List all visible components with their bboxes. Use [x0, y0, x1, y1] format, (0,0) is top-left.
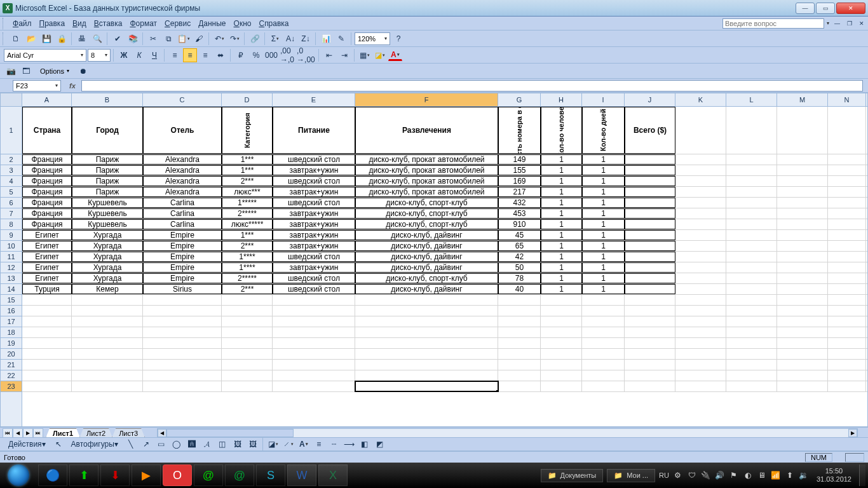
- cell[interactable]: [828, 316, 866, 327]
- align-center-button[interactable]: ≡: [183, 48, 197, 62]
- cell[interactable]: [625, 219, 675, 229]
- cell[interactable]: люкс*****: [222, 219, 273, 229]
- wordart-icon[interactable]: 𝓐: [200, 437, 214, 451]
- system-clock[interactable]: 15:50 31.03.2012: [817, 467, 851, 484]
- row-header[interactable]: 18: [1, 327, 22, 338]
- cell[interactable]: Хургада: [72, 262, 143, 273]
- cell[interactable]: [675, 241, 726, 251]
- cell[interactable]: [22, 381, 72, 391]
- cell[interactable]: Alexandra: [143, 154, 222, 165]
- row-header[interactable]: 1: [1, 107, 22, 154]
- cell[interactable]: Париж: [72, 176, 143, 186]
- cell[interactable]: [777, 338, 828, 348]
- cell[interactable]: [675, 306, 726, 316]
- font-color-icon[interactable]: A: [297, 437, 311, 451]
- close-button[interactable]: ✕: [836, 3, 865, 14]
- cell[interactable]: Empire: [143, 241, 222, 251]
- cell[interactable]: [675, 316, 726, 327]
- row-header[interactable]: 8: [1, 219, 22, 230]
- spelling-icon[interactable]: ✔: [111, 32, 125, 46]
- cell[interactable]: 155: [498, 165, 541, 175]
- cell[interactable]: [72, 360, 143, 370]
- cell[interactable]: 1: [541, 273, 582, 283]
- cell[interactable]: [273, 306, 355, 316]
- taskbar-word-icon[interactable]: W: [287, 464, 316, 486]
- cell[interactable]: Alexandra: [143, 176, 222, 186]
- cell[interactable]: [273, 338, 355, 348]
- help-icon[interactable]: ?: [391, 32, 405, 46]
- maximize-button[interactable]: ▭: [816, 3, 835, 14]
- cell[interactable]: 2*****: [222, 208, 273, 219]
- diagram-icon[interactable]: ◫: [215, 437, 229, 451]
- cell[interactable]: [498, 316, 541, 327]
- row-header[interactable]: 19: [1, 338, 22, 349]
- cell[interactable]: 1: [582, 284, 625, 294]
- cell[interactable]: Египет: [22, 262, 72, 273]
- cell[interactable]: [143, 349, 222, 359]
- cell[interactable]: [625, 381, 675, 391]
- taskbar-mail-icon[interactable]: @: [194, 464, 223, 486]
- cell[interactable]: [726, 241, 777, 251]
- fx-icon[interactable]: fx: [66, 80, 79, 92]
- cell[interactable]: [625, 176, 675, 186]
- cell[interactable]: люкс***: [222, 187, 273, 197]
- name-box[interactable]: F23 ▾: [13, 80, 61, 92]
- cell[interactable]: 169: [498, 176, 541, 186]
- row-header[interactable]: 10: [1, 241, 22, 252]
- scroll-right-button[interactable]: ▶: [848, 429, 857, 437]
- cell[interactable]: шведский стол: [273, 198, 355, 208]
- taskbar-down-arrow-icon[interactable]: ⬇: [100, 464, 130, 486]
- cell[interactable]: 1: [582, 208, 625, 219]
- cell[interactable]: 432: [498, 198, 541, 208]
- cell[interactable]: Франция: [22, 176, 72, 186]
- cell[interactable]: шведский стол: [273, 284, 355, 294]
- zoom-combo[interactable]: 120% ▾: [355, 32, 390, 45]
- column-header-A[interactable]: A: [22, 93, 72, 106]
- cell[interactable]: [675, 273, 726, 283]
- cell[interactable]: [498, 349, 541, 359]
- cell[interactable]: [777, 360, 828, 370]
- cell[interactable]: [675, 176, 726, 186]
- cell[interactable]: завтрак+ужин: [273, 241, 355, 251]
- hyperlink-icon[interactable]: 🔗: [248, 32, 262, 46]
- tab-nav-first[interactable]: ⏮: [3, 428, 13, 438]
- cell[interactable]: [726, 165, 777, 175]
- cell[interactable]: 1: [582, 219, 625, 229]
- cell[interactable]: [222, 327, 273, 337]
- taskbar-opera-icon[interactable]: O: [163, 464, 192, 486]
- tab-nav-prev[interactable]: ◀: [13, 428, 23, 438]
- cell[interactable]: [72, 338, 143, 348]
- cell[interactable]: Кол-во дней: [582, 107, 625, 154]
- cell[interactable]: [273, 370, 355, 381]
- cell[interactable]: [675, 154, 726, 165]
- cell[interactable]: [72, 349, 143, 359]
- cell[interactable]: Египет: [22, 252, 72, 262]
- cut-icon[interactable]: ✂: [146, 32, 160, 46]
- cell[interactable]: [726, 154, 777, 165]
- cell[interactable]: Sirius: [143, 284, 222, 294]
- cell[interactable]: 1: [582, 165, 625, 175]
- cell[interactable]: [498, 360, 541, 370]
- cell[interactable]: 2***: [222, 284, 273, 294]
- cell[interactable]: [675, 349, 726, 359]
- cell[interactable]: [777, 273, 828, 283]
- cell[interactable]: [726, 187, 777, 197]
- save-icon[interactable]: 💾: [39, 32, 53, 46]
- cell[interactable]: [726, 273, 777, 283]
- tray-icon[interactable]: 🔌: [701, 470, 711, 480]
- cell[interactable]: 50: [498, 262, 541, 273]
- cell[interactable]: Категория: [222, 107, 273, 154]
- cell[interactable]: [777, 187, 828, 197]
- cell[interactable]: 45: [498, 230, 541, 240]
- cell[interactable]: завтрак+ужин: [273, 165, 355, 175]
- cell[interactable]: 1: [541, 219, 582, 229]
- column-header-B[interactable]: B: [72, 93, 143, 106]
- undo-icon[interactable]: ↶: [212, 32, 226, 46]
- cell[interactable]: 2***: [222, 241, 273, 251]
- cell[interactable]: диско-клуб, спорт-клуб: [355, 219, 498, 229]
- cell[interactable]: диско-клуб, прокат автомобилей: [355, 165, 498, 175]
- cell[interactable]: [828, 262, 866, 273]
- cell[interactable]: [726, 306, 777, 316]
- cell[interactable]: [726, 230, 777, 240]
- cell[interactable]: [143, 327, 222, 337]
